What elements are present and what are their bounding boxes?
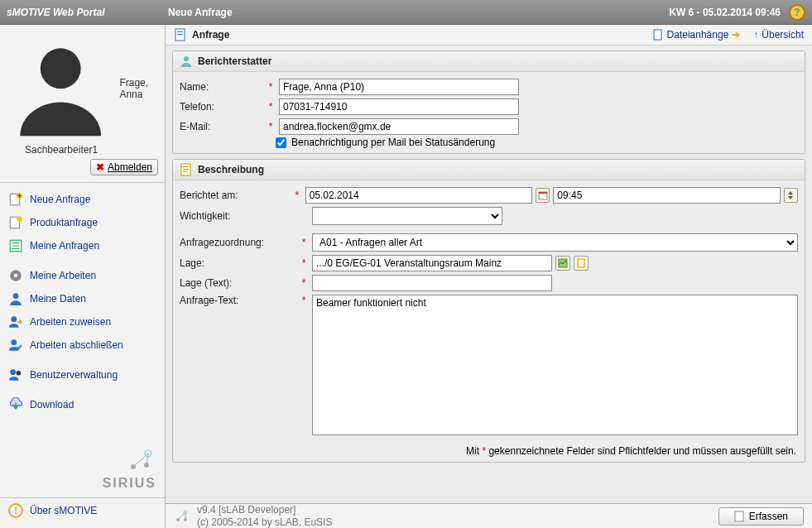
svg-rect-23	[654, 30, 661, 40]
svg-rect-28	[183, 171, 187, 172]
submit-button[interactable]: Erfassen	[718, 507, 804, 526]
location-input[interactable]	[312, 255, 552, 271]
svg-point-12	[17, 371, 22, 376]
sidebar-item-download[interactable]: Download	[0, 393, 165, 416]
save-icon	[734, 511, 744, 522]
calendar-icon[interactable]	[536, 188, 550, 203]
close-icon: ✖	[96, 161, 104, 173]
sirius-logo-icon	[174, 508, 190, 525]
notify-label: Benachrichtigung per Mail bei Statusände…	[291, 137, 495, 148]
sidebar-item-produktanfrage[interactable]: Produktanfrage	[0, 211, 165, 234]
date-info: KW 6 - 05.02.2014 09:46	[669, 7, 781, 18]
svg-rect-21	[177, 31, 183, 32]
user-box: Frage, Anna Sachbearbeiter1 ✖ Abmelden	[0, 30, 165, 183]
user-name: Frage, Anna	[119, 77, 158, 100]
phone-input[interactable]	[279, 98, 519, 115]
top-bar: sMOTIVE Web Portal Neue Anfrage KW 6 - 0…	[0, 0, 812, 25]
sirius-graphic-icon	[123, 449, 156, 473]
nav-label: Download	[30, 399, 74, 410]
email-label: E-Mail:	[180, 121, 262, 132]
priority-label: Wichtigkeit:	[180, 210, 295, 222]
close-jobs-icon	[8, 338, 23, 353]
footer: v9.4 [sLAB Developer] (c) 2005-2014 by s…	[166, 503, 812, 528]
nav-label: Arbeiten abschließen	[30, 339, 123, 351]
attachments-label: Dateianhänge	[667, 29, 729, 41]
name-input[interactable]	[279, 79, 519, 95]
brand-label: SIRIUS	[8, 476, 156, 491]
reporter-panel: Berichterstatter Name: * Telefon: *	[172, 50, 805, 154]
logout-button[interactable]: ✖ Abmelden	[90, 159, 158, 175]
overview-label: Übersicht	[762, 29, 804, 41]
svg-text:!: !	[14, 505, 17, 516]
logout-label: Abmelden	[108, 161, 152, 173]
reported-date-input[interactable]	[305, 187, 533, 204]
product-request-icon	[8, 215, 23, 230]
version-label: v9.4 [sLAB Developer]	[197, 504, 332, 516]
user-role: Sachbearbeiter1	[25, 144, 158, 156]
svg-point-10	[11, 340, 17, 346]
svg-point-8	[13, 294, 19, 300]
nav-label: Arbeiten zuweisen	[30, 316, 111, 328]
sidebar-item-neue-anfrage[interactable]: Neue Anfrage	[0, 188, 165, 211]
sidebar-footer: SIRIUS	[0, 442, 165, 497]
toolbar-title: Anfrage	[192, 29, 229, 41]
svg-rect-22	[177, 34, 183, 35]
nav-label: Produktanfrage	[30, 217, 98, 228]
email-input[interactable]	[279, 118, 519, 135]
location-clear-icon[interactable]	[574, 256, 589, 271]
info-icon: !	[8, 503, 23, 518]
svg-rect-27	[183, 169, 189, 170]
my-jobs-icon	[8, 268, 23, 283]
assignment-select[interactable]: A01 - Anfragen aller Art	[312, 233, 798, 252]
request-text-input[interactable]: Beamer funktioniert nicht	[312, 295, 798, 435]
time-stepper-icon[interactable]	[784, 188, 798, 203]
nav-label: Meine Arbeiten	[30, 270, 96, 281]
required-marker: *	[292, 190, 301, 201]
download-icon	[8, 397, 23, 412]
copyright-label: (c) 2005-2014 by sLAB, EuSIS	[197, 516, 332, 528]
user-icon	[7, 35, 114, 142]
notify-checkbox[interactable]	[276, 137, 286, 148]
svg-point-24	[184, 56, 189, 61]
nav-label: Meine Anfragen	[30, 240, 99, 252]
svg-rect-32	[578, 259, 584, 267]
location-label: Lage:	[180, 257, 295, 269]
location-picker-icon[interactable]	[555, 256, 570, 271]
required-marker: *	[299, 237, 309, 248]
user-admin-icon	[8, 367, 23, 382]
svg-point-7	[14, 274, 18, 278]
page-title: Neue Anfrage	[168, 7, 669, 18]
svg-rect-26	[183, 166, 189, 167]
attachment-icon	[652, 29, 664, 41]
required-marker: *	[299, 257, 309, 269]
required-hint: Mit * gekennzeichnete Felder sind Pflich…	[173, 442, 805, 462]
sidebar-item-meine-arbeiten[interactable]: Meine Arbeiten	[0, 264, 165, 287]
about-label: Über sMOTIVE	[30, 505, 97, 516]
sidebar-item-meine-anfragen[interactable]: Meine Anfragen	[0, 234, 165, 257]
priority-select[interactable]	[312, 207, 502, 225]
nav-label: Benutzerverwaltung	[30, 369, 118, 381]
assignment-label: Anfragezuordnung:	[180, 237, 295, 248]
name-label: Name:	[180, 81, 262, 93]
overview-button[interactable]: ↑ Übersicht	[753, 29, 804, 41]
sidebar-item-benutzerverwaltung[interactable]: Benutzerverwaltung	[0, 363, 165, 386]
new-request-icon	[8, 192, 23, 207]
attachments-button[interactable]: Dateianhänge ➔	[652, 29, 741, 41]
svg-point-4	[17, 217, 22, 223]
sidebar-item-arbeiten-abschliessen[interactable]: Arbeiten abschließen	[0, 334, 165, 357]
document-icon	[180, 163, 193, 176]
required-marker: *	[299, 295, 309, 306]
portal-name: sMOTIVE Web Portal	[7, 7, 168, 18]
svg-rect-38	[735, 511, 743, 521]
submit-label: Erfassen	[749, 511, 788, 522]
sidebar-item-meine-daten[interactable]: Meine Daten	[0, 287, 165, 310]
location-text-input[interactable]	[312, 275, 552, 291]
reported-time-input[interactable]	[553, 187, 781, 204]
about-link[interactable]: ! Über sMOTIVE	[0, 497, 165, 523]
svg-point-9	[11, 317, 17, 323]
form-icon	[174, 28, 187, 41]
reported-at-label: Berichtet am:	[180, 190, 289, 201]
help-icon[interactable]: ?	[789, 4, 805, 21]
sidebar-item-arbeiten-zuweisen[interactable]: Arbeiten zuweisen	[0, 310, 165, 334]
request-text-label: Anfrage-Text:	[180, 295, 295, 306]
